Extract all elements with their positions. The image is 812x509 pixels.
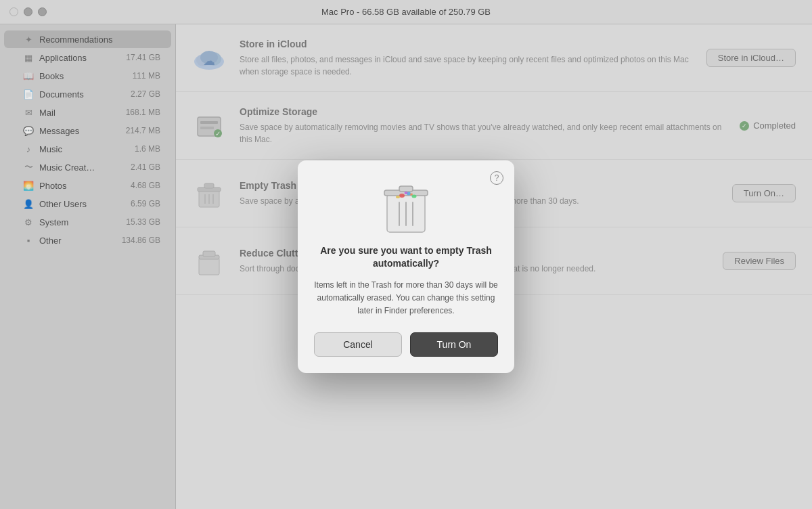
modal-buttons: Cancel Turn On: [314, 332, 498, 357]
modal-title: Are you sure you want to empty Trash aut…: [314, 244, 498, 271]
svg-point-30: [410, 193, 413, 195]
trash-can-icon: [382, 179, 430, 235]
svg-rect-21: [399, 186, 413, 192]
cancel-button[interactable]: Cancel: [314, 332, 402, 357]
maximize-button[interactable]: [38, 7, 47, 16]
close-button[interactable]: [9, 7, 18, 16]
question-mark-icon: ?: [495, 173, 499, 183]
window-controls: [9, 7, 47, 16]
svg-point-27: [412, 194, 417, 198]
svg-point-28: [396, 196, 400, 198]
modal-overlay: ?: [0, 24, 812, 509]
trash-icon: [382, 179, 430, 234]
minimize-button[interactable]: [24, 7, 32, 16]
window-title: Mac Pro - 66.58 GB available of 250.79 G…: [321, 7, 491, 17]
turn-on-button[interactable]: Turn On: [410, 332, 498, 357]
empty-trash-dialog: ?: [298, 160, 514, 374]
svg-point-25: [399, 194, 405, 198]
svg-point-29: [405, 192, 408, 194]
help-button[interactable]: ?: [490, 171, 503, 185]
modal-body: Items left in the Trash for more than 30…: [314, 279, 498, 318]
title-bar: Mac Pro - 66.58 GB available of 250.79 G…: [0, 0, 812, 24]
